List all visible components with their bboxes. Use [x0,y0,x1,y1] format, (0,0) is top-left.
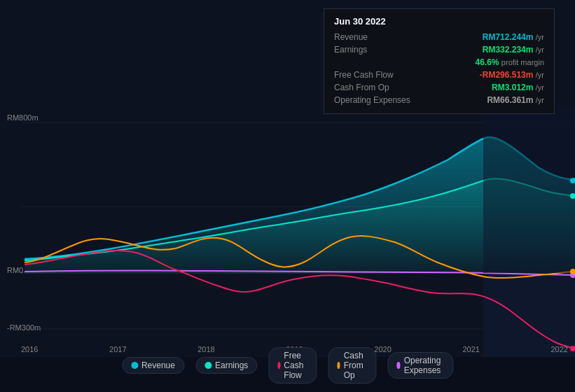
legend-label-earnings: Earnings [215,360,248,370]
tooltip-value-earnings: RM332.234m /yr [483,45,544,55]
chart-container: RM800m RM0 -RM300m 2016 2017 2018 2019 2… [0,0,575,392]
legend-dot-opex [396,362,400,369]
tooltip-row-margin: 46.6% profit margin [334,56,544,69]
x-label-2021: 2021 [462,345,479,354]
legend-dot-cashfromop [337,362,340,369]
tooltip-label-fcf: Free Cash Flow [334,70,418,80]
tooltip-label-earnings: Earnings [334,45,418,55]
tooltip-label-cashfromop: Cash From Op [334,83,418,92]
tooltip-date: Jun 30 2022 [334,16,544,27]
tooltip-row-cashfromop: Cash From Op RM3.012m /yr [334,81,544,94]
tooltip-value-margin: 46.6% profit margin [475,57,544,67]
y-label-bot: -RM300m [7,323,41,332]
tooltip-value-cashfromop: RM3.012m /yr [492,83,544,92]
tooltip-value-opex: RM66.361m /yr [487,95,544,105]
legend-earnings[interactable]: Earnings [195,357,257,374]
legend-revenue[interactable]: Revenue [122,357,184,374]
tooltip-row-fcf: Free Cash Flow -RM296.513m /yr [334,69,544,81]
tooltip-label-opex: Operating Expenses [334,95,418,105]
legend-label-cashfromop: Cash From Op [344,351,368,380]
legend-dot-revenue [131,362,138,369]
svg-rect-6 [483,108,575,273]
tooltip-value-fcf: -RM296.513m /yr [480,70,544,80]
tooltip-row-opex: Operating Expenses RM66.361m /yr [334,94,544,106]
chart-legend: Revenue Earnings Free Cash Flow Cash Fro… [122,347,453,384]
legend-label-fcf: Free Cash Flow [284,351,307,380]
y-label-top: RM800m [7,113,39,122]
tooltip-value-revenue: RM712.244m /yr [483,32,544,42]
legend-cashfromop[interactable]: Cash From Op [328,347,376,384]
tooltip-row-revenue: Revenue RM712.244m /yr [334,31,544,43]
legend-label-revenue: Revenue [141,360,175,370]
legend-fcf[interactable]: Free Cash Flow [268,347,317,384]
x-label-2016: 2016 [21,345,38,354]
tooltip-row-earnings: Earnings RM332.234m /yr [334,43,544,56]
tooltip-card: Jun 30 2022 Revenue RM712.244m /yr Earni… [324,8,555,114]
y-label-mid: RM0 [7,266,23,274]
legend-dot-fcf [277,362,280,369]
tooltip-label-revenue: Revenue [334,32,418,42]
legend-dot-earnings [205,362,212,369]
legend-opex[interactable]: Operating Expenses [387,352,453,379]
x-label-2022: 2022 [550,345,567,354]
legend-label-opex: Operating Expenses [404,356,444,375]
